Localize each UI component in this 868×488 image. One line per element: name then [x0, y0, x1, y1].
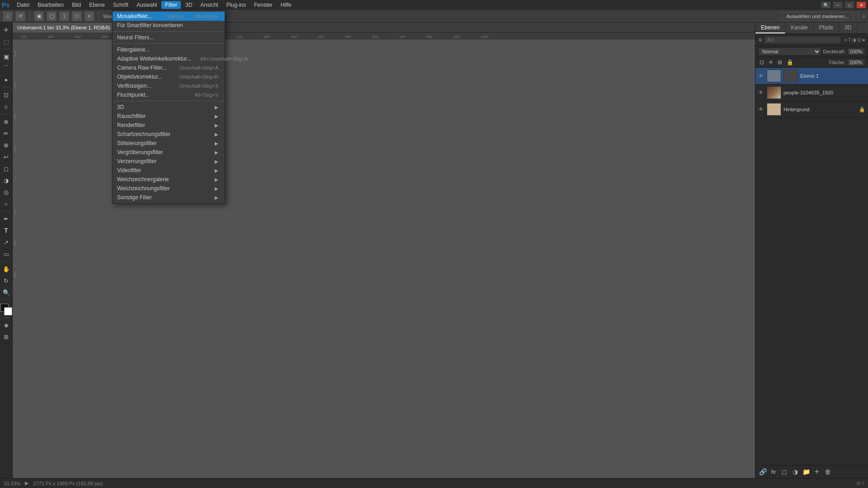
fill-input[interactable] [847, 59, 865, 66]
type-tool[interactable]: T [1, 225, 12, 236]
close-btn[interactable]: ✕ [856, 1, 866, 9]
menu-bearbeiten[interactable]: Bearbeiten [34, 1, 67, 9]
brush-tool[interactable]: ✏ [1, 128, 12, 139]
link-layers-btn[interactable]: 🔗 [758, 467, 767, 476]
tab-kanale[interactable]: Kanäle [785, 23, 813, 33]
clone-stamp-tool[interactable]: ⊗ [1, 140, 12, 150]
new-group-btn[interactable]: 📁 [802, 467, 811, 476]
align-btn[interactable]: ≡ [85, 11, 94, 21]
maximize-btn[interactable]: □ [844, 1, 854, 9]
layer-mode-select[interactable]: Normal [758, 47, 821, 56]
new-layer-btn[interactable]: + [812, 467, 821, 476]
menu-ebene[interactable]: Ebene [85, 1, 108, 9]
color-picker[interactable] [0, 304, 12, 315]
eraser-tool[interactable]: ◻ [1, 163, 12, 174]
magic-wand-tool[interactable]: ✦ [1, 75, 12, 85]
menu-auswahl[interactable]: Auswahl [133, 1, 160, 9]
rotate-view-tool[interactable]: ↻ [1, 275, 12, 286]
tab-ebenen[interactable]: Ebenen [755, 23, 785, 33]
menu-item-adaptive[interactable]: Adaptive Weitwinkelkorrektur... Alt+Umsc… [113, 54, 225, 63]
menu-filter[interactable]: Filter [161, 1, 181, 9]
menu-item-verfluessigen[interactable]: Verflüssigen... Umschalt+Strg+X [113, 81, 225, 90]
menu-fenster[interactable]: Fenster [250, 1, 276, 9]
dodge-tool[interactable]: ○ [1, 198, 12, 209]
history-brush-tool[interactable]: ↩ [1, 151, 12, 162]
menu-datei[interactable]: Datei [13, 1, 33, 9]
minimize-btn[interactable]: ─ [833, 1, 843, 9]
spot-heal-tool[interactable]: ⊕ [1, 116, 12, 127]
menu-item-vergroberung[interactable]: Vergröberungsfilter ▶ [113, 148, 225, 157]
home-tool-btn[interactable]: ⌂ [3, 11, 13, 21]
menu-item-rauschfilter[interactable]: Rauschfilter ▶ [113, 112, 225, 121]
document-tab[interactable]: Unbenannt-1 bei 33,3% (Ebene 1, RGB/8) × [13, 23, 120, 33]
tab-3d[interactable]: 3D [839, 23, 857, 33]
layer-eye-people[interactable]: 👁 [758, 89, 764, 96]
menu-bild[interactable]: Bild [68, 1, 85, 9]
tab-pfade[interactable]: Pfade [814, 23, 839, 33]
menu-item-weichzeichner-galerie[interactable]: Weichzeichnergalerie ▶ [113, 175, 225, 184]
opacity-input[interactable] [847, 48, 865, 55]
menu-item-filtergalerie[interactable]: Filtergalerie... [113, 45, 225, 54]
gradient-tool[interactable]: ◑ [1, 175, 12, 186]
pen-tool[interactable]: ✒ [1, 213, 12, 224]
menu-item-mosaik[interactable]: Mosaikeffekt... Normal Alt+Strg+F [113, 12, 225, 21]
lasso-tool[interactable]: ⌒ [1, 63, 12, 74]
filter-adjust-btn[interactable]: ◑ [852, 37, 856, 43]
menu-item-sonstige[interactable]: Sonstige Filter ▶ [113, 193, 225, 202]
menu-plugins[interactable]: Plug-ins [223, 1, 250, 9]
shape-tool[interactable]: ▭ [1, 249, 12, 259]
crop-tool[interactable]: ⊡ [1, 89, 12, 100]
filter-kind-btn[interactable]: ≡ [844, 37, 847, 43]
layer-item-hintergrund[interactable]: 👁 Hintergrund 🔒 [755, 101, 868, 118]
menu-item-videofilter[interactable]: Videofilter ▶ [113, 166, 225, 175]
lock-artboard-btn[interactable]: ⊞ [776, 59, 783, 66]
path-select-tool[interactable]: ↗ [1, 237, 12, 248]
rect-select-btn[interactable]: ▣ [34, 11, 44, 21]
menu-item-neural[interactable]: Neural Filters... [113, 33, 225, 42]
filter-smart-btn[interactable]: ⊡ [857, 37, 861, 43]
lasso-btn[interactable]: ⤵ [59, 11, 69, 21]
filter-type-btn[interactable]: T [848, 37, 851, 43]
layer-search-input[interactable] [764, 36, 841, 44]
rotate-btn[interactable]: ↺ [15, 11, 25, 21]
oval-select-btn[interactable]: ◯ [47, 11, 57, 21]
poly-btn[interactable]: ⬡ [72, 11, 82, 21]
menu-item-3d[interactable]: 3D ▶ [113, 103, 225, 112]
lock-pixel-btn[interactable]: ⊡ [758, 59, 765, 66]
background-color[interactable] [4, 307, 12, 315]
menu-ansicht[interactable]: Ansicht [197, 1, 222, 9]
screen-mode-btn[interactable]: ⊞ [1, 331, 12, 342]
menu-item-fluchtpunkt[interactable]: Fluchtpunkt... Alt+Strg+V [113, 90, 225, 99]
search-btn[interactable]: 🔍 [821, 1, 831, 9]
artboard-tool[interactable]: ⬚ [1, 36, 12, 47]
menu-item-scharfzeichnung[interactable]: Scharfzeichnungsfilter ▶ [113, 130, 225, 139]
mask-mode-btn[interactable]: ◈ [1, 319, 12, 330]
layer-fx-btn[interactable]: fx [769, 467, 778, 476]
lock-pos-btn[interactable]: ✛ [767, 59, 774, 66]
menu-item-verzerrung[interactable]: Verzerrungsfilter ▶ [113, 157, 225, 166]
menu-schrift[interactable]: Schrift [109, 1, 132, 9]
add-mask-btn[interactable]: ◻ [780, 467, 789, 476]
menu-item-fuer-smart[interactable]: Für Smartfilter konvertieren [113, 21, 225, 30]
layer-item-ebene1[interactable]: 👁 Ebene 1 [755, 68, 868, 84]
menu-3d[interactable]: 3D [182, 1, 196, 9]
status-arrow[interactable]: ▶ [25, 480, 28, 486]
layer-eye-ebene1[interactable]: 👁 [758, 73, 764, 79]
zoom-tool[interactable]: 🔍 [1, 287, 12, 298]
layer-eye-hintergrund[interactable]: 👁 [758, 106, 764, 113]
auswahl-maskieren-btn[interactable]: Auswählen und maskieren... [781, 12, 854, 20]
delete-layer-btn[interactable]: 🗑 [823, 467, 832, 476]
hand-tool[interactable]: ✋ [1, 263, 12, 274]
menu-hilfe[interactable]: Hilfe [277, 1, 295, 9]
menu-item-camera-raw[interactable]: Camera Raw-Filter... Umschalt+Strg+A [113, 63, 225, 72]
filter-color-btn[interactable]: ● [862, 37, 865, 43]
blur-tool[interactable]: ◎ [1, 187, 12, 197]
lock-all-btn[interactable]: 🔒 [785, 59, 795, 66]
eyedropper-tool[interactable]: ⊹ [1, 101, 12, 112]
rect-marquee-tool[interactable]: ▣ [1, 51, 12, 62]
layer-item-people[interactable]: 👁 people-3104635_1920 [755, 84, 868, 101]
menu-item-objektiv[interactable]: Objektivkorrektur... Umschalt+Strg+R [113, 72, 225, 81]
adjustment-btn[interactable]: ◑ [791, 467, 800, 476]
menu-item-renderfilter[interactable]: Renderfilter ▶ [113, 121, 225, 130]
menu-item-stilisierung[interactable]: Stilisierungsfilter ▶ [113, 139, 225, 148]
